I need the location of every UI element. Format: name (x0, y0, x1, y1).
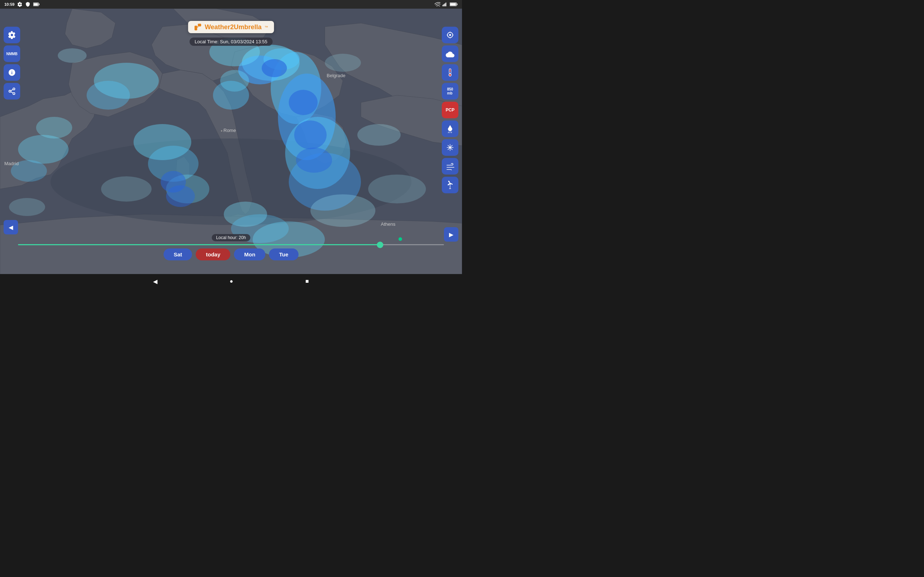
left-sidebar: NMMB (3, 27, 20, 100)
local-time-badge: Local Time: Sun, 03/03/2024 13:55 (189, 37, 273, 46)
timeline-position-dot (399, 237, 402, 241)
pressure-button[interactable]: 850mb (442, 83, 459, 100)
day-tue-button[interactable]: Tue (269, 248, 299, 260)
svg-rect-5 (444, 4, 444, 6)
timeline-fill (18, 244, 380, 245)
svg-rect-9 (457, 3, 457, 5)
svg-point-44 (9, 198, 45, 216)
day-selector: Sat today Mon Tue (163, 248, 299, 260)
svg-point-45 (368, 174, 426, 203)
svg-rect-61 (450, 69, 451, 73)
logo-tm: ™ (265, 25, 268, 29)
svg-point-41 (325, 54, 361, 72)
svg-point-50 (9, 90, 11, 92)
temperature-icon (447, 68, 453, 77)
nav-right-button[interactable]: ▶ (444, 227, 459, 242)
svg-rect-7 (446, 3, 446, 6)
recent-button[interactable]: ■ (305, 278, 309, 285)
clouds-button[interactable] (442, 45, 459, 62)
info-icon (8, 69, 16, 76)
location-icon (446, 31, 454, 39)
svg-rect-48 (198, 24, 201, 26)
svg-point-27 (11, 160, 47, 182)
day-mon-button[interactable]: Mon (234, 248, 265, 260)
nmmb-button[interactable]: NMMB (3, 45, 20, 62)
svg-rect-10 (450, 3, 456, 6)
svg-point-62 (449, 74, 452, 76)
snow-button[interactable] (442, 139, 459, 156)
back-button[interactable]: ◀ (153, 278, 157, 285)
svg-point-34 (262, 59, 287, 77)
share-icon (8, 87, 16, 95)
share-button[interactable] (3, 83, 20, 100)
right-sidebar: 850mb PCP (442, 27, 459, 193)
wifi-icon (435, 2, 440, 6)
battery-right-icon (450, 2, 458, 6)
pressure-label: 850mb (447, 87, 453, 95)
status-time: 10:59 (4, 2, 15, 6)
svg-point-46 (310, 194, 375, 227)
signal-icon (443, 2, 447, 6)
svg-point-37 (296, 148, 332, 173)
local-hour-badge: Local hour: 20h (212, 234, 250, 241)
bottom-nav: ◀ ● ■ (0, 274, 462, 288)
svg-point-40 (58, 48, 87, 63)
svg-point-43 (101, 176, 152, 201)
svg-point-42 (357, 124, 401, 146)
svg-line-53 (11, 89, 13, 91)
settings-icon (8, 31, 16, 39)
home-button[interactable]: ● (229, 278, 233, 285)
logo-text: Weather2Umbrella (205, 23, 262, 31)
location-button[interactable] (442, 27, 459, 43)
day-sat-button[interactable]: Sat (163, 248, 192, 260)
svg-point-35 (289, 90, 318, 115)
svg-line-52 (11, 92, 13, 93)
day-today-button[interactable]: today (195, 248, 230, 260)
nav-left-button[interactable]: ◀ (3, 220, 18, 234)
svg-point-49 (13, 88, 15, 90)
svg-point-26 (18, 135, 69, 164)
turbine-icon (446, 181, 454, 189)
timeline-thumb[interactable] (377, 242, 383, 248)
svg-point-24 (87, 81, 130, 110)
rain-button[interactable] (442, 121, 459, 137)
header-logo: Weather2Umbrella™ (188, 21, 274, 33)
wind-icon (446, 162, 454, 170)
clouds-icon (446, 50, 454, 57)
svg-point-59 (449, 34, 451, 36)
pcp-button[interactable]: PCP (442, 102, 459, 118)
map-container[interactable]: Rome Belgrade Madrid Athens Weather2Umbr… (0, 9, 462, 274)
svg-rect-47 (195, 26, 197, 30)
svg-rect-1 (39, 3, 39, 5)
nav-left-icon: ◀ (9, 224, 13, 231)
svg-point-36 (294, 121, 327, 149)
battery-status-icon (33, 2, 40, 6)
pcp-label: PCP (446, 108, 455, 113)
temperature-button[interactable] (442, 64, 459, 81)
rain-icon (447, 124, 453, 133)
settings-status-icon (17, 2, 23, 7)
logo-icon (194, 23, 202, 31)
timeline-container[interactable]: Local hour: 20h (0, 244, 462, 245)
nav-right-icon: ▶ (449, 231, 453, 238)
settings-button[interactable] (3, 27, 20, 43)
svg-rect-2 (34, 3, 38, 6)
svg-point-22 (213, 81, 249, 110)
svg-rect-6 (445, 3, 446, 6)
info-button[interactable] (3, 64, 20, 81)
svg-rect-4 (443, 5, 443, 6)
svg-point-67 (449, 147, 451, 148)
svg-point-51 (13, 93, 15, 95)
wind-button[interactable] (442, 158, 459, 174)
status-bar: 10:59 (0, 0, 462, 9)
timeline-track[interactable] (18, 244, 444, 245)
turbine-button[interactable] (442, 177, 459, 193)
svg-point-39 (166, 185, 195, 207)
shield-status-icon (25, 2, 30, 7)
snow-icon (446, 143, 454, 152)
